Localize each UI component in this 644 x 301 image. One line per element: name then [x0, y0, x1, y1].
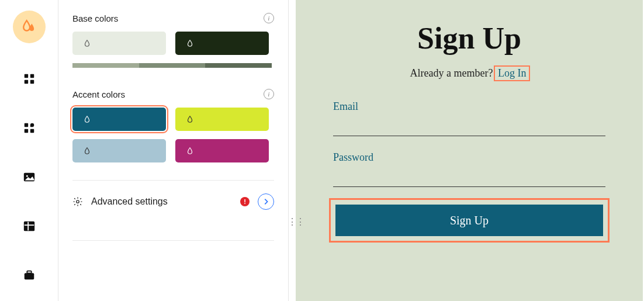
drop-icon — [186, 39, 194, 47]
signup-title: Sign Up — [333, 21, 605, 56]
drop-icon — [186, 115, 194, 123]
svg-rect-4 — [24, 123, 27, 127]
colors-logo-icon — [22, 19, 37, 34]
login-link[interactable]: Log In — [496, 67, 529, 79]
email-input[interactable] — [333, 116, 605, 136]
nav-table-button[interactable] — [16, 213, 43, 240]
svg-rect-11 — [24, 222, 34, 231]
svg-rect-15 — [27, 271, 31, 274]
grid-icon — [23, 72, 36, 85]
svg-rect-5 — [24, 129, 27, 133]
nav-plugins-button[interactable] — [16, 115, 43, 141]
nav-grid-button[interactable] — [16, 65, 43, 92]
svg-rect-0 — [24, 74, 27, 78]
signup-card: Sign Up Already a member? Log In Email P… — [296, 0, 643, 301]
expand-button[interactable] — [258, 193, 274, 210]
accent-colors-title: Accent colors — [72, 89, 125, 99]
accent-colors-info-icon[interactable]: i — [264, 89, 274, 99]
accent-colors-header: Accent colors i — [72, 89, 274, 99]
resize-handle[interactable]: ⋮⋮ — [288, 216, 304, 227]
warning-badge-icon: ! — [240, 197, 250, 206]
nav-rail — [0, 0, 58, 301]
color-settings-panel: Base colors i Accent colors i — [58, 0, 289, 301]
gear-icon — [72, 196, 83, 207]
svg-rect-6 — [30, 129, 33, 133]
accent-swatch-magenta[interactable] — [175, 139, 269, 162]
drop-icon — [83, 147, 91, 155]
login-prompt: Already a member? Log In — [333, 67, 605, 79]
svg-rect-3 — [30, 80, 33, 84]
briefcase-icon — [22, 269, 36, 282]
base-colors-title: Base colors — [72, 13, 118, 23]
accent-swatch-lime[interactable] — [175, 108, 269, 131]
svg-rect-1 — [30, 74, 33, 78]
svg-rect-2 — [24, 80, 27, 84]
base-gradient-bar — [72, 63, 272, 68]
base-swatch-row — [72, 32, 274, 55]
chevron-right-icon — [263, 198, 269, 205]
svg-point-16 — [77, 200, 79, 203]
email-label: Email — [333, 101, 605, 113]
advanced-settings-label: Advanced settings — [91, 196, 232, 207]
accent-swatch-lightblue[interactable] — [72, 139, 166, 162]
base-colors-header: Base colors i — [72, 13, 274, 23]
base-swatch-dark[interactable] — [175, 32, 269, 55]
accent-swatch-teal[interactable] — [72, 108, 166, 131]
base-swatch-light[interactable] — [72, 32, 166, 55]
puzzle-icon — [23, 122, 36, 134]
email-field-block: Email — [333, 101, 605, 136]
drop-icon — [83, 115, 91, 123]
drop-icon — [186, 147, 194, 155]
login-prompt-text: Already a member? — [410, 67, 493, 79]
svg-point-10 — [26, 175, 27, 177]
gradient-step-2 — [139, 63, 206, 68]
password-field-block: Password — [333, 151, 605, 187]
svg-rect-14 — [24, 273, 34, 279]
nav-colors-button[interactable] — [13, 11, 46, 43]
nav-image-button[interactable] — [16, 164, 43, 191]
password-input[interactable] — [333, 167, 605, 187]
preview-pane: ⋮⋮ Sign Up Already a member? Log In Emai… — [289, 0, 644, 301]
drop-icon — [83, 39, 91, 47]
base-colors-info-icon[interactable]: i — [264, 13, 274, 23]
accent-swatch-row-1 — [72, 108, 274, 131]
accent-swatch-row-2 — [72, 139, 274, 162]
nav-briefcase-button[interactable] — [16, 262, 43, 289]
signup-button[interactable]: Sign Up — [335, 205, 603, 236]
advanced-settings-row[interactable]: Advanced settings ! — [72, 181, 274, 223]
table-icon — [23, 220, 36, 233]
gradient-step-1 — [72, 63, 139, 68]
password-label: Password — [333, 151, 605, 164]
signup-button-highlight: Sign Up — [333, 202, 605, 238]
image-icon — [22, 171, 36, 184]
gradient-step-3 — [205, 63, 272, 68]
svg-rect-8 — [30, 125, 32, 127]
divider — [72, 240, 274, 241]
